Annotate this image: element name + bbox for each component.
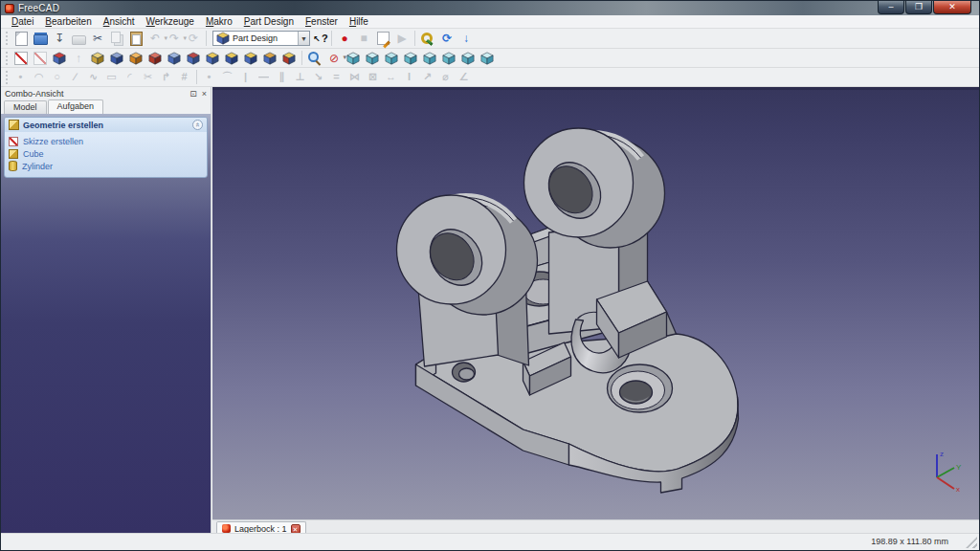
constraint-lock-icon[interactable]: ⊠ (365, 69, 381, 85)
lagerbock-model[interactable] (212, 87, 979, 519)
constraint-horizontal-distance-icon[interactable]: ↔ (383, 69, 399, 85)
sketch-circle-icon[interactable]: ○ (49, 69, 65, 85)
constraint-point-on-object-icon[interactable]: ⌒ (219, 69, 235, 85)
whats-this-icon[interactable]: ? (313, 33, 328, 44)
menu-makro[interactable]: Makro (200, 15, 238, 28)
print-icon[interactable] (70, 31, 87, 47)
resize-grip[interactable] (966, 537, 977, 548)
menu-werkzeuge[interactable]: Werkzeuge (141, 15, 200, 28)
sketch-construction-icon[interactable]: # (176, 69, 192, 85)
chamfer-icon[interactable] (185, 50, 202, 66)
constraint-horizontal-icon[interactable]: — (256, 69, 272, 85)
macro-record-icon[interactable]: ● (336, 31, 353, 47)
map-sketch-icon[interactable] (51, 50, 68, 66)
workbench-dropdown-icon[interactable]: ▼ (298, 32, 309, 45)
view-right-icon[interactable] (402, 50, 419, 66)
toolbar-grip[interactable] (5, 51, 10, 65)
toolbar-grip[interactable] (5, 70, 10, 84)
redo-icon[interactable]: ↷▾ (166, 31, 183, 47)
save-file-icon[interactable]: ↧ (51, 31, 68, 47)
constraint-vertical-icon[interactable]: | (237, 69, 254, 85)
refresh-icon[interactable]: ⟳ (185, 31, 202, 47)
constraint-perpendicular-icon[interactable]: ⊥ (292, 69, 308, 85)
fit-all-icon[interactable] (306, 50, 323, 66)
task-box-header[interactable]: Geometrie erstellen « (5, 118, 207, 132)
close-button[interactable]: ✕ (933, 1, 971, 14)
collapse-icon[interactable]: « (192, 120, 203, 130)
menu-ansicht[interactable]: Ansicht (98, 15, 141, 28)
sketch-polyline-icon[interactable]: ∿ (85, 69, 101, 85)
constraint-length-icon[interactable]: ↗ (419, 69, 435, 85)
view-sketch-icon[interactable] (32, 50, 49, 66)
constraint-radius-icon[interactable]: ⌀ (437, 69, 454, 85)
maximize-button[interactable]: ❐ (905, 1, 932, 14)
constraint-symmetric-icon[interactable]: ⋈ (346, 69, 363, 85)
view-rear-icon[interactable] (421, 50, 438, 66)
draw-style-icon[interactable]: ⊘▾ (325, 50, 343, 66)
multi-transform-icon[interactable] (280, 50, 298, 66)
key-icon[interactable] (419, 31, 436, 47)
task-item-zylinder[interactable]: Zylinder (9, 160, 203, 172)
menu-hilfe[interactable]: Hilfe (344, 15, 374, 28)
menu-bearbeiten[interactable]: Bearbeiten (39, 15, 97, 28)
new-file-icon[interactable] (12, 31, 30, 47)
task-item-skizze[interactable]: Skizze erstellen (9, 135, 203, 147)
task-item-cube[interactable]: Cube (9, 147, 203, 160)
constraint-parallel-icon[interactable]: ∥ (274, 69, 290, 85)
polar-pattern-icon[interactable] (242, 50, 259, 66)
leave-sketch-icon[interactable]: ↑ (70, 50, 87, 66)
copy-icon[interactable] (108, 31, 125, 47)
tab-aufgaben[interactable]: Aufgaben (48, 99, 104, 114)
undo-icon[interactable]: ↶▾ (146, 31, 164, 47)
scaled-icon[interactable] (261, 50, 278, 66)
sketch-line-icon[interactable]: ∕ (67, 69, 83, 85)
menu-datei[interactable]: Datei (6, 15, 39, 28)
view-bottom-icon[interactable] (440, 50, 457, 66)
sketch-arc-icon[interactable]: ◠ (31, 69, 47, 85)
view-top-icon[interactable] (383, 50, 400, 66)
tab-close-icon[interactable]: ✕ (291, 524, 301, 534)
groove-icon[interactable] (146, 50, 164, 66)
menu-fenster[interactable]: Fenster (300, 15, 344, 28)
view-front-icon[interactable] (364, 50, 381, 66)
workbench-selector[interactable]: Part Design ▼ (212, 31, 310, 46)
constraint-tangent-icon[interactable]: ↘ (310, 69, 326, 85)
pad-icon[interactable] (89, 50, 106, 66)
constraint-coincident-icon[interactable]: • (201, 69, 217, 85)
menu-part-design[interactable]: Part Design (238, 15, 300, 28)
cut-icon[interactable]: ✂ (89, 31, 106, 47)
download-icon[interactable]: ↓ (457, 31, 475, 47)
fillet-icon[interactable] (166, 50, 183, 66)
constraint-vertical-distance-icon[interactable]: I (401, 69, 417, 85)
sketch-trim-icon[interactable]: ✂ (140, 69, 156, 85)
create-sketch-icon[interactable] (12, 50, 30, 66)
minimize-button[interactable]: – (878, 1, 904, 14)
toolbar-grip[interactable] (5, 31, 10, 46)
sketch-fillet-icon[interactable]: ◜ (122, 69, 138, 85)
title-bar[interactable]: FreeCAD – ❐ ✕ (1, 1, 979, 15)
view-axonometric-icon[interactable] (345, 50, 362, 66)
dock-pin-icon[interactable]: ⊡ (189, 89, 197, 99)
view-left-icon[interactable] (459, 50, 477, 66)
tab-model[interactable]: Model (4, 100, 47, 114)
dock-close-icon[interactable]: × (202, 89, 207, 99)
sketch-external-icon[interactable]: ↱ (158, 69, 174, 85)
measure-distance-icon[interactable] (479, 50, 496, 66)
sketch-point-icon[interactable]: • (12, 69, 29, 85)
constraint-angle-icon[interactable]: ∠ (456, 69, 472, 85)
sketch-rectangle-icon[interactable]: ▭ (103, 69, 120, 85)
3d-viewport[interactable]: z Y x (212, 87, 979, 519)
pocket-icon[interactable] (108, 50, 125, 66)
constraint-equal-icon[interactable]: = (328, 69, 345, 85)
macro-play-icon[interactable]: ▶ (393, 31, 411, 47)
document-tab-label: Lagerbock : 1 (234, 524, 287, 534)
paste-icon[interactable] (127, 31, 145, 47)
macro-stop-icon[interactable]: ■ (355, 31, 372, 47)
sync-icon[interactable]: ⟳ (438, 31, 456, 47)
mirrored-icon[interactable] (204, 50, 221, 66)
linear-pattern-icon[interactable] (223, 50, 240, 66)
open-file-icon[interactable] (32, 31, 49, 47)
revolution-icon[interactable] (127, 50, 145, 66)
macro-edit-icon[interactable] (374, 31, 391, 47)
combo-view-header[interactable]: Combo-Ansicht ⊡ × (1, 87, 211, 99)
